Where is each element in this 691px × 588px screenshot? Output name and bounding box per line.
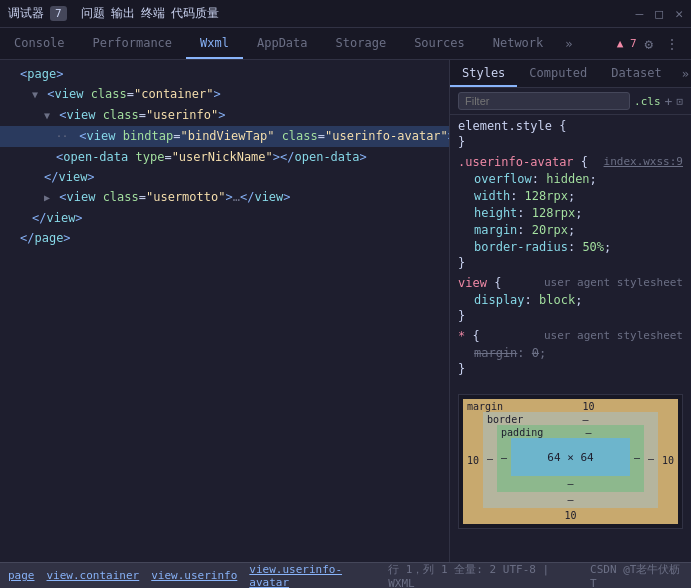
menu-item-problem[interactable]: 问题 (81, 5, 105, 22)
user-agent-label-view: user agent stylesheet (544, 276, 683, 289)
css-rule-view: view { user agent stylesheet display: bl… (450, 276, 691, 323)
tab-appdata[interactable]: AppData (243, 28, 322, 59)
padding-left-value: – (497, 448, 511, 467)
status-page[interactable]: page (8, 569, 35, 582)
box-content: 64 × 64 (511, 438, 630, 476)
menu-item-terminal[interactable]: 终端 (141, 5, 165, 22)
titlebar-controls: — □ ✕ (636, 6, 683, 21)
tree-line-view-close[interactable]: </view> (0, 167, 449, 187)
statusbar: page view.container view.userinfo view.u… (0, 562, 691, 588)
margin-right-value: 10 (658, 451, 678, 470)
tab-console[interactable]: Console (0, 28, 79, 59)
padding-right-value: – (630, 448, 644, 467)
css-rule-userinfo-avatar: .userinfo-avatar { index.wxss:9 overflow… (450, 155, 691, 270)
border-top-value: – (583, 414, 589, 425)
css-prop-border-radius: border-radius: 50%; (458, 239, 683, 256)
tree-line-container-close[interactable]: </view> (0, 208, 449, 228)
tab-styles[interactable]: Styles (450, 60, 517, 87)
css-selector-element-style: element.style { (458, 119, 683, 133)
css-rules: element.style { } .userinfo-avatar { ind… (450, 115, 691, 386)
right-tabs: Styles Computed Dataset » (450, 60, 691, 88)
tabbar-right: ▲ 7 ⚙ ⋮ (617, 28, 691, 59)
tree-line-page[interactable]: <page> (0, 64, 449, 84)
css-rule-element-style: element.style { } (450, 119, 691, 149)
margin-left-value: 10 (463, 451, 483, 470)
box-padding: padding – x – 64 × 64 – (497, 425, 644, 492)
status-view-userinfo-avatar[interactable]: view.userinfo-avatar (249, 563, 376, 589)
filter-bar: .cls + ⊡ (450, 88, 691, 115)
padding-bottom-value: – (567, 478, 573, 489)
main-content: <page> <view class="container"> <view cl… (0, 60, 691, 562)
html-tree-panel: <page> <view class="container"> <view cl… (0, 60, 450, 562)
tree-line-view-avatar[interactable]: ·· <view bindtap="bindViewTap" class="us… (0, 126, 449, 147)
tree-line-open-data[interactable]: <open-data type="userNickName"></open-da… (0, 147, 449, 167)
tab-more[interactable]: » (557, 28, 580, 59)
css-prop-margin: margin: 20rpx; (458, 222, 683, 239)
styles-panel: Styles Computed Dataset » .cls + ⊡ eleme… (450, 60, 691, 562)
tree-line-view-userinfo[interactable]: <view class="userinfo"> (0, 105, 449, 126)
css-prop-display: display: block; (458, 292, 683, 309)
menu-item-output[interactable]: 输出 (111, 5, 135, 22)
css-prop-height: height: 128rpx; (458, 205, 683, 222)
tab-computed[interactable]: Computed (517, 60, 599, 87)
titlebar: 调试器 7 问题 输出 终端 代码质量 — □ ✕ (0, 0, 691, 28)
tab-network[interactable]: Network (479, 28, 558, 59)
source-link-avatar[interactable]: index.wxss:9 (604, 155, 683, 168)
padding-top-value: – (586, 427, 592, 438)
maximize-button[interactable]: □ (655, 6, 663, 21)
box-model: margin 10 10 border – x – (458, 394, 683, 529)
tab-performance[interactable]: Performance (79, 28, 186, 59)
css-prop-margin-star: margin: 0; (458, 345, 683, 362)
css-selector-userinfo-avatar: .userinfo-avatar { index.wxss:9 (458, 155, 683, 169)
css-prop-width: width: 128rpx; (458, 188, 683, 205)
css-rule-star: * { user agent stylesheet margin: 0; } (450, 329, 691, 376)
menu-item-codequality[interactable]: 代码质量 (171, 5, 219, 22)
user-agent-label-star: user agent stylesheet (544, 329, 683, 342)
tab-dataset[interactable]: Dataset (599, 60, 674, 87)
tree-line-usermotto[interactable]: <view class="usermotto">…</view> (0, 187, 449, 208)
css-close-element-style: } (458, 135, 683, 149)
settings-icon[interactable]: ⚙ (641, 33, 657, 55)
status-view-userinfo[interactable]: view.userinfo (151, 569, 237, 582)
margin-top-value: 10 (583, 401, 595, 412)
css-close-star: } (458, 362, 683, 376)
warn-badge: ▲ 7 (617, 37, 637, 50)
box-border: border – x – padding – x (483, 412, 658, 508)
tab-sources[interactable]: Sources (400, 28, 479, 59)
margin-label: margin (467, 401, 503, 412)
border-label: border (487, 414, 523, 425)
right-tab-more[interactable]: » (676, 60, 691, 87)
css-close-view: } (458, 309, 683, 323)
margin-bottom-value: 10 (564, 510, 576, 521)
arrow-userinfo (44, 110, 50, 121)
tab-wxml[interactable]: Wxml (186, 28, 243, 59)
status-right: 行 1，列 1 全量: 2 UTF-8 | WXML (388, 562, 574, 589)
filter-toggle-button[interactable]: ⊡ (676, 95, 683, 108)
border-left-value: – (483, 449, 497, 468)
border-right-value: – (644, 449, 658, 468)
titlebar-badge: 7 (50, 6, 67, 21)
css-prop-overflow: overflow: hidden; (458, 171, 683, 188)
more-options-icon[interactable]: ⋮ (661, 33, 683, 55)
filter-input[interactable] (458, 92, 630, 110)
close-button[interactable]: ✕ (675, 6, 683, 21)
line-indicator: ·· (56, 131, 68, 142)
css-selector-star: * { user agent stylesheet (458, 329, 683, 343)
arrow-container (32, 89, 38, 100)
arrow-usermotto (44, 192, 50, 203)
titlebar-left: 调试器 7 问题 输出 终端 代码质量 (8, 5, 219, 22)
border-bottom-value: – (567, 494, 573, 505)
minimize-button[interactable]: — (636, 6, 644, 21)
box-margin: margin 10 10 border – x – (463, 399, 678, 524)
filter-add-button[interactable]: + (665, 94, 673, 109)
filter-cls-button[interactable]: .cls (634, 95, 661, 108)
tab-storage[interactable]: Storage (322, 28, 401, 59)
tree-line-page-close[interactable]: </page> (0, 228, 449, 248)
status-view-container[interactable]: view.container (47, 569, 140, 582)
content-size: 64 × 64 (547, 451, 593, 464)
padding-label: padding (501, 427, 543, 438)
css-selector-view: view { user agent stylesheet (458, 276, 683, 290)
css-close-avatar: } (458, 256, 683, 270)
tree-line-view-container[interactable]: <view class="container"> (0, 84, 449, 105)
tabbar: Console Performance Wxml AppData Storage… (0, 28, 691, 60)
